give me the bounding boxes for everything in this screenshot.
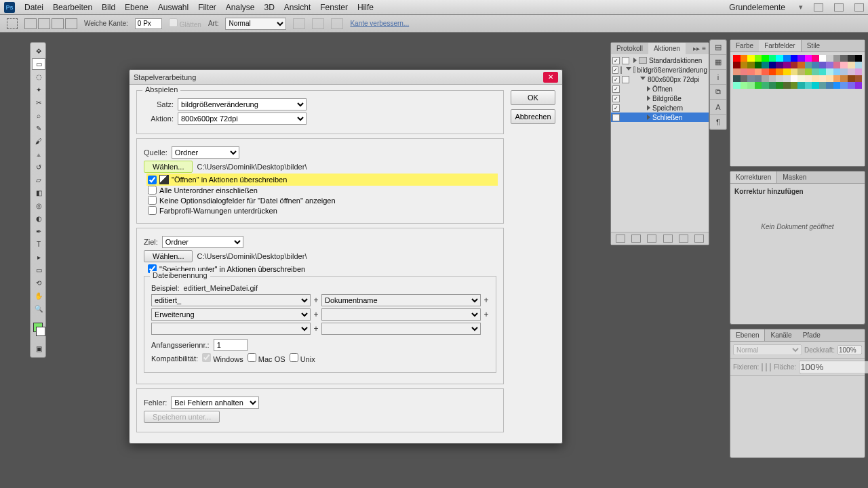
action-new-icon[interactable] bbox=[679, 235, 688, 243]
tab-kanaele[interactable]: Kanäle bbox=[765, 329, 797, 341]
action-toggle-checkbox[interactable]: ✓ bbox=[612, 57, 620, 64]
gradient-tool-icon[interactable]: ◧ bbox=[32, 187, 45, 199]
workspace-switcher[interactable]: Grundelemente bbox=[729, 3, 785, 12]
color-swatch[interactable] bbox=[848, 55, 855, 62]
disclosure-triangle-icon[interactable] bbox=[647, 96, 650, 101]
color-swatch[interactable] bbox=[848, 68, 855, 75]
color-swatch[interactable] bbox=[797, 82, 805, 89]
character-icon[interactable]: A bbox=[710, 100, 726, 115]
selection-add-icon[interactable] bbox=[38, 18, 50, 29]
color-swatch[interactable] bbox=[797, 68, 805, 75]
color-swatch[interactable] bbox=[791, 55, 798, 62]
background-color-swatch[interactable] bbox=[36, 327, 45, 336]
color-swatch[interactable] bbox=[783, 75, 791, 82]
paragraph-icon[interactable]: ¶ bbox=[710, 115, 726, 129]
color-swatch[interactable] bbox=[855, 55, 863, 62]
hand-tool-icon[interactable]: ✋ bbox=[32, 290, 45, 302]
color-swatch[interactable] bbox=[833, 62, 841, 68]
disclosure-triangle-icon[interactable] bbox=[626, 67, 631, 73]
lock-pixels-icon[interactable] bbox=[762, 363, 763, 371]
action-toggle-checkbox[interactable]: ✓ bbox=[612, 104, 620, 112]
quickmask-tool-icon[interactable]: ▣ bbox=[32, 343, 45, 354]
color-swatch[interactable] bbox=[741, 82, 748, 89]
color-swatch[interactable] bbox=[833, 82, 841, 89]
action-dialog-toggle[interactable] bbox=[622, 57, 629, 64]
action-play-icon[interactable] bbox=[647, 235, 656, 243]
color-swatch[interactable] bbox=[840, 75, 848, 82]
override-open-row[interactable]: "Öffnen" in Aktionen überschreiben bbox=[148, 175, 496, 184]
color-swatch[interactable] bbox=[791, 62, 798, 68]
color-swatch[interactable] bbox=[826, 68, 833, 75]
color-swatch[interactable] bbox=[747, 82, 755, 89]
dodge-tool-icon[interactable]: ◐ bbox=[32, 213, 45, 224]
color-swatch[interactable] bbox=[755, 62, 762, 68]
color-swatch[interactable] bbox=[762, 82, 769, 89]
color-swatch[interactable] bbox=[791, 75, 798, 82]
color-swatch[interactable] bbox=[805, 62, 812, 68]
menu-ansicht[interactable]: Ansicht bbox=[284, 3, 311, 12]
color-swatch[interactable] bbox=[819, 68, 827, 75]
color-swatch[interactable] bbox=[733, 62, 741, 68]
errors-select[interactable]: Bei Fehlern anhalten bbox=[171, 396, 259, 409]
dest-select[interactable]: Ordner bbox=[162, 236, 243, 248]
color-swatch[interactable] bbox=[741, 68, 748, 75]
color-swatch[interactable] bbox=[840, 68, 848, 75]
tab-ebenen[interactable]: Ebenen bbox=[730, 329, 765, 341]
color-swatch[interactable] bbox=[791, 68, 798, 75]
color-swatch[interactable] bbox=[826, 82, 833, 89]
menu-bearbeiten[interactable]: Bearbeiten bbox=[53, 3, 92, 12]
action-select[interactable]: 800x600px 72dpi bbox=[178, 113, 307, 125]
compat-mac-checkbox[interactable] bbox=[248, 353, 256, 362]
color-swatch[interactable] bbox=[833, 75, 841, 82]
color-swatch[interactable] bbox=[762, 75, 769, 82]
history-brush-tool-icon[interactable]: ↺ bbox=[32, 161, 45, 173]
brush-tool-icon[interactable]: 🖌 bbox=[32, 136, 45, 147]
blend-mode-select[interactable]: Normal bbox=[733, 344, 802, 355]
color-swatch[interactable] bbox=[741, 62, 748, 68]
color-swatch[interactable] bbox=[733, 82, 741, 89]
action-toggle-checkbox[interactable]: ✓ bbox=[612, 85, 620, 93]
feather-input[interactable] bbox=[135, 18, 162, 29]
color-swatch[interactable] bbox=[747, 68, 755, 75]
color-swatch[interactable] bbox=[797, 62, 805, 68]
window-maximize-icon[interactable] bbox=[834, 3, 844, 12]
menu-bild[interactable]: Bild bbox=[102, 3, 115, 12]
color-swatch[interactable] bbox=[747, 62, 755, 68]
window-close-icon[interactable] bbox=[854, 3, 864, 12]
color-swatch[interactable] bbox=[791, 82, 798, 89]
color-swatch[interactable] bbox=[840, 82, 848, 89]
eraser-tool-icon[interactable]: ▱ bbox=[32, 174, 45, 186]
naming-token-2[interactable]: Dokumentname bbox=[321, 294, 481, 306]
action-toggle-checkbox[interactable]: ✓ bbox=[612, 114, 620, 121]
tab-farbe[interactable]: Farbe bbox=[730, 40, 759, 52]
menu-ebene[interactable]: Ebene bbox=[125, 3, 149, 12]
color-swatch[interactable] bbox=[805, 55, 812, 62]
naming-token-5[interactable] bbox=[151, 323, 311, 335]
cancel-button[interactable]: Abbrechen bbox=[511, 109, 555, 124]
color-swatch[interactable] bbox=[769, 62, 776, 68]
tab-pfade[interactable]: Pfade bbox=[797, 329, 826, 341]
tab-masken[interactable]: Masken bbox=[777, 171, 812, 183]
color-swatch[interactable] bbox=[783, 68, 791, 75]
menu-auswahl[interactable]: Auswahl bbox=[158, 3, 189, 12]
color-swatch[interactable] bbox=[848, 62, 855, 68]
pen-tool-icon[interactable]: ✒ bbox=[32, 226, 45, 237]
color-swatch[interactable] bbox=[833, 55, 841, 62]
color-swatch[interactable] bbox=[812, 55, 819, 62]
blur-tool-icon[interactable]: ◎ bbox=[32, 200, 45, 211]
stamp-tool-icon[interactable]: ⟁ bbox=[32, 148, 45, 160]
color-swatch[interactable] bbox=[833, 68, 841, 75]
color-swatch[interactable] bbox=[776, 75, 783, 82]
naming-token-3[interactable]: Erweiterung bbox=[151, 308, 311, 321]
color-swatch[interactable] bbox=[733, 68, 741, 75]
color-swatch[interactable] bbox=[776, 55, 783, 62]
include-subfolders-checkbox[interactable] bbox=[148, 186, 157, 195]
action-row[interactable]: ✓Speichern bbox=[611, 103, 709, 113]
tab-farbfelder[interactable]: Farbfelder bbox=[759, 40, 802, 52]
color-swatch[interactable] bbox=[783, 62, 791, 68]
magic-wand-tool-icon[interactable]: ✦ bbox=[32, 84, 45, 96]
histogram-icon[interactable]: ▤ bbox=[710, 40, 726, 55]
action-toggle-checkbox[interactable]: ✓ bbox=[612, 95, 620, 102]
action-toggle-checkbox[interactable]: ✓ bbox=[612, 76, 620, 83]
color-swatch[interactable] bbox=[826, 55, 833, 62]
